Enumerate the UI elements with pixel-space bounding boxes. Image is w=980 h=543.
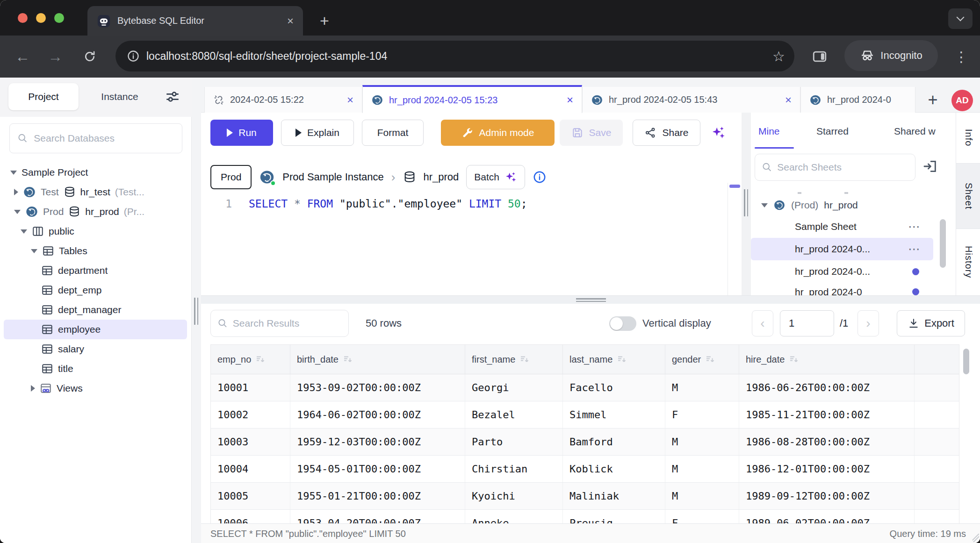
sheet-item-selected[interactable]: hr_prod 2024-0... ⋯ (751, 238, 933, 260)
cell[interactable]: 1989-06-02T00:00:00Z (739, 510, 915, 523)
cell[interactable]: Koblick (563, 456, 665, 482)
cell[interactable]: 1986-12-01T00:00:00Z (739, 456, 915, 482)
cell[interactable]: F (665, 401, 739, 428)
sort-icon[interactable] (788, 354, 800, 365)
explain-button[interactable]: Explain (281, 120, 354, 146)
tree-item-table-department[interactable]: department (0, 261, 192, 280)
tree-item-table-dept-emp[interactable]: dept_emp (0, 280, 192, 300)
column-header-last-name[interactable]: last_name (563, 345, 665, 374)
cell[interactable]: 10006 (211, 510, 290, 523)
cell[interactable]: 10001 (211, 374, 290, 401)
cell[interactable]: 1989-09-12T00:00:00Z (739, 483, 915, 509)
prev-page-button[interactable]: ‹ (752, 310, 773, 336)
cell[interactable]: 1964-06-02T00:00:00Z (290, 401, 465, 428)
table-row[interactable]: 10006 1953-04-20T00:00:00Z Anneke Preusi… (211, 510, 959, 523)
sort-icon[interactable] (616, 354, 627, 365)
next-page-button[interactable]: › (858, 310, 879, 336)
cell[interactable]: M (665, 429, 739, 455)
side-panel-button[interactable] (812, 49, 828, 64)
editor-tab-4[interactable]: hr_prod 2024-0 (800, 87, 915, 113)
tab-mine[interactable]: Mine (758, 121, 780, 142)
cell[interactable]: Bezalel (465, 401, 563, 428)
instance-name[interactable]: Prod Sample Instance (282, 171, 383, 183)
rail-tab-sheet[interactable]: Sheet (956, 164, 980, 229)
database-search[interactable] (9, 123, 182, 153)
resize-grip[interactable] (971, 534, 979, 542)
caret-down-icon[interactable] (31, 249, 37, 253)
results-search[interactable] (210, 310, 349, 337)
sheet-group-prod-hr-prod[interactable]: (Prod) hr_prod (751, 195, 956, 215)
cell[interactable]: Maliniak (563, 483, 665, 509)
close-tab-icon[interactable]: × (567, 93, 573, 107)
share-button[interactable]: Share (633, 120, 700, 146)
tab-instance[interactable]: Instance (92, 83, 148, 110)
column-header-em p_no[interactable]: emp_no (211, 345, 290, 374)
sheet-item-sample-sheet[interactable]: Sample Sheet ⋯ (751, 215, 956, 238)
tree-item-table-dept-manager[interactable]: dept_manager (0, 300, 192, 320)
address-bar[interactable]: localhost:8080/sql-editor/sheet/project-… (115, 41, 794, 71)
sheet-menu-icon[interactable]: ⋯ (908, 242, 920, 257)
admin-mode-button[interactable]: Admin mode (441, 120, 555, 146)
cell[interactable]: 1954-05-01T00:00:00Z (290, 456, 465, 482)
column-header-first-name[interactable]: first_name (465, 345, 563, 374)
forward-button[interactable]: → (44, 45, 66, 68)
batch-button[interactable]: Batch (466, 165, 525, 189)
tree-item-table-employee[interactable]: employee (4, 320, 187, 339)
tree-item-schema-public[interactable]: public (0, 221, 192, 241)
cell[interactable]: M (665, 483, 739, 509)
vertical-display-toggle[interactable] (609, 316, 636, 331)
table-row[interactable]: 10005 1955-01-21T00:00:00Z Kyoichi Malin… (211, 483, 959, 510)
browser-menu-button[interactable]: ⋮ (950, 45, 973, 68)
cell[interactable]: Bamford (563, 429, 665, 455)
cell[interactable]: Georgi (465, 374, 563, 401)
environment-chip[interactable]: Prod (210, 165, 252, 189)
cell[interactable]: Preusig (563, 510, 665, 523)
caret-down-icon[interactable] (21, 229, 27, 234)
sheet-list-scrollbar[interactable] (940, 219, 946, 268)
tab-starred[interactable]: Starred (816, 121, 849, 142)
cell[interactable]: Chirstian (465, 456, 563, 482)
close-window-button[interactable] (18, 13, 28, 23)
cell[interactable]: 1986-06-26T00:00:00Z (739, 374, 915, 401)
table-scrollbar-thumb[interactable] (963, 349, 969, 374)
browser-tab[interactable]: Bytebase SQL Editor × (87, 6, 303, 36)
tab-shared[interactable]: Shared w (894, 121, 955, 142)
cell[interactable]: Anneke (465, 510, 563, 523)
editor-tab-1[interactable]: 2024-02-05 15:22 × (204, 87, 362, 113)
bookmark-star-icon[interactable]: ☆ (772, 41, 785, 71)
cell[interactable]: M (665, 456, 739, 482)
caret-down-icon[interactable] (761, 203, 768, 207)
table-row[interactable]: 10004 1954-05-01T00:00:00Z Chirstian Kob… (211, 456, 959, 483)
tree-item-table-salary[interactable]: salary (0, 339, 192, 359)
sort-icon[interactable] (342, 354, 353, 365)
tree-item-tables-group[interactable]: Tables (0, 241, 192, 261)
sheet-item-partial[interactable]: hr_prod 2024-0 (751, 283, 956, 295)
cell-empty[interactable] (915, 374, 959, 401)
tree-item-table-title[interactable]: title (0, 359, 192, 379)
tree-item-instance-test[interactable]: Test hr_test (Test... (0, 182, 192, 202)
run-button[interactable]: Run (210, 120, 273, 146)
format-button[interactable]: Format (362, 120, 424, 146)
new-sheet-button[interactable]: + (923, 91, 942, 109)
sheet-panel-resize-handle[interactable] (744, 189, 748, 216)
cell[interactable]: 10003 (211, 429, 290, 455)
close-tab-icon[interactable]: × (347, 93, 353, 107)
cell[interactable]: 10004 (211, 456, 290, 482)
info-icon[interactable] (533, 170, 547, 184)
sheet-item-unsaved[interactable]: hr_prod 2024-0... (751, 260, 956, 283)
cell-empty[interactable] (915, 429, 959, 455)
database-name[interactable]: hr_prod (424, 171, 459, 183)
cell[interactable]: Parto (465, 429, 563, 455)
table-row[interactable]: 10002 1964-06-02T00:00:00Z Bezalel Simme… (211, 401, 959, 429)
rail-tab-info[interactable]: Info (956, 113, 980, 164)
results-resize-handle[interactable] (576, 298, 606, 303)
editor-scrollbar-thumb[interactable] (729, 185, 740, 188)
table-row[interactable]: 10003 1959-12-03T00:00:00Z Parto Bamford… (211, 429, 959, 456)
cell[interactable]: Facello (563, 374, 665, 401)
database-search-input[interactable] (34, 133, 174, 144)
page-number-input[interactable] (780, 310, 834, 336)
tab-search-button[interactable] (948, 8, 973, 29)
sidebar-settings-button[interactable] (165, 89, 180, 105)
cell[interactable]: 1986-08-28T00:00:00Z (739, 429, 915, 455)
caret-right-icon[interactable] (31, 385, 35, 392)
